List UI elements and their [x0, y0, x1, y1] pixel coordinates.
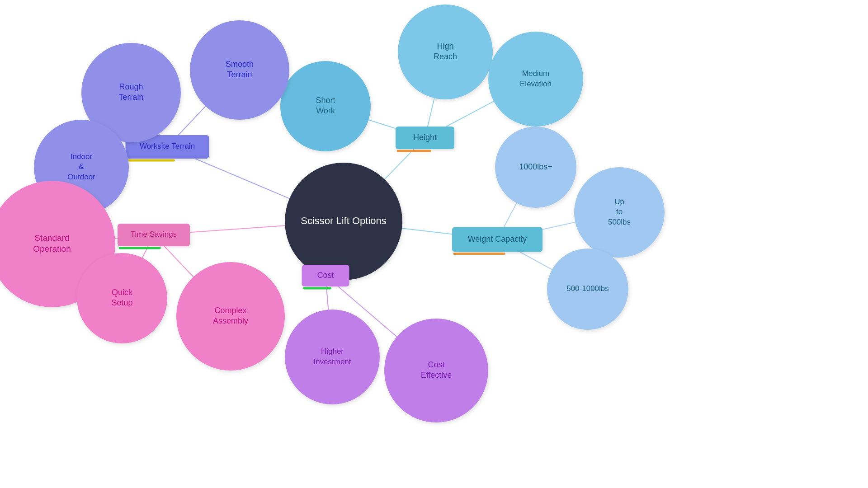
svg-line-6 [446, 101, 494, 127]
svg-line-1 [402, 228, 452, 234]
svg-text:Complex: Complex [214, 306, 246, 315]
svg-text:500-1000lbs: 500-1000lbs [566, 284, 609, 293]
node-medium-elevation[interactable]: MediumElevation [488, 32, 583, 127]
svg-line-17 [326, 286, 328, 310]
node-smooth-terrain[interactable]: SmoothTerrain [190, 20, 289, 120]
svg-text:Short: Short [316, 96, 335, 105]
mindmap-canvas: Scissor Lift OptionsHeightWeight Capacit… [0, 0, 868, 488]
svg-text:Scissor Lift Options: Scissor Lift Options [301, 215, 387, 226]
svg-text:Indoor: Indoor [71, 152, 93, 161]
node-high-reach[interactable]: HighReach [398, 5, 493, 99]
svg-text:Effective: Effective [421, 371, 452, 380]
svg-text:Reach: Reach [434, 52, 457, 61]
svg-text:Work: Work [316, 106, 335, 115]
svg-text:Height: Height [413, 133, 437, 142]
svg-text:High: High [437, 42, 453, 51]
svg-text:Terrain: Terrain [227, 70, 252, 79]
svg-line-2 [195, 159, 289, 198]
svg-line-5 [428, 98, 434, 127]
svg-line-8 [504, 203, 517, 227]
svg-text:Higher: Higher [321, 347, 344, 356]
node-height[interactable]: Height [396, 127, 454, 151]
svg-text:Assembly: Assembly [213, 316, 248, 325]
svg-text:500lbs: 500lbs [608, 218, 631, 226]
svg-text:Time Savings: Time Savings [131, 230, 177, 239]
svg-text:Cost: Cost [317, 271, 334, 280]
svg-line-11 [178, 106, 205, 135]
svg-text:Investment: Investment [313, 357, 351, 366]
node-cost-effective[interactable]: CostEffective [384, 319, 488, 422]
svg-text:Elevation: Elevation [520, 80, 552, 88]
svg-text:Terrain: Terrain [118, 93, 143, 102]
svg-line-16 [165, 246, 193, 277]
svg-text:Weight Capacity: Weight Capacity [468, 235, 527, 244]
node-cost[interactable]: Cost [302, 265, 349, 288]
svg-text:Standard: Standard [34, 233, 69, 243]
svg-text:Quick: Quick [112, 288, 133, 297]
svg-line-10 [520, 252, 552, 270]
svg-text:Operation: Operation [33, 244, 71, 253]
svg-line-3 [190, 225, 285, 232]
node-higher-investment[interactable]: HigherInvestment [285, 310, 380, 404]
svg-text:Medium: Medium [522, 69, 549, 78]
svg-line-0 [385, 149, 414, 179]
node-quick-setup[interactable]: QuickSetup [77, 253, 167, 343]
svg-text:Worksite Terrain: Worksite Terrain [140, 142, 195, 150]
svg-text:Rough: Rough [119, 82, 143, 91]
svg-text:Setup: Setup [111, 298, 132, 307]
node-time-savings[interactable]: Time Savings [118, 224, 190, 248]
svg-text:Up: Up [614, 197, 624, 206]
svg-text:Cost: Cost [428, 360, 444, 369]
svg-text:Smooth: Smooth [226, 60, 254, 69]
svg-line-9 [542, 222, 575, 230]
svg-text:1000lbs+: 1000lbs+ [519, 162, 552, 171]
node-up-to-500lbs[interactable]: Upto500lbs [574, 167, 665, 258]
svg-line-12 [159, 134, 160, 135]
svg-text:Outdoor: Outdoor [67, 173, 95, 181]
node-short-work[interactable]: ShortWork [280, 61, 371, 151]
node-500-1000lbs[interactable]: 500-1000lbs [547, 249, 628, 330]
svg-text:to: to [616, 207, 623, 216]
svg-text:&: & [79, 162, 84, 171]
svg-line-7 [368, 120, 396, 128]
node-weight-capacity[interactable]: Weight Capacity [452, 227, 542, 254]
node-complex-assembly[interactable]: ComplexAssembly [176, 262, 285, 371]
node-1000lbs-plus[interactable]: 1000lbs+ [495, 127, 576, 208]
